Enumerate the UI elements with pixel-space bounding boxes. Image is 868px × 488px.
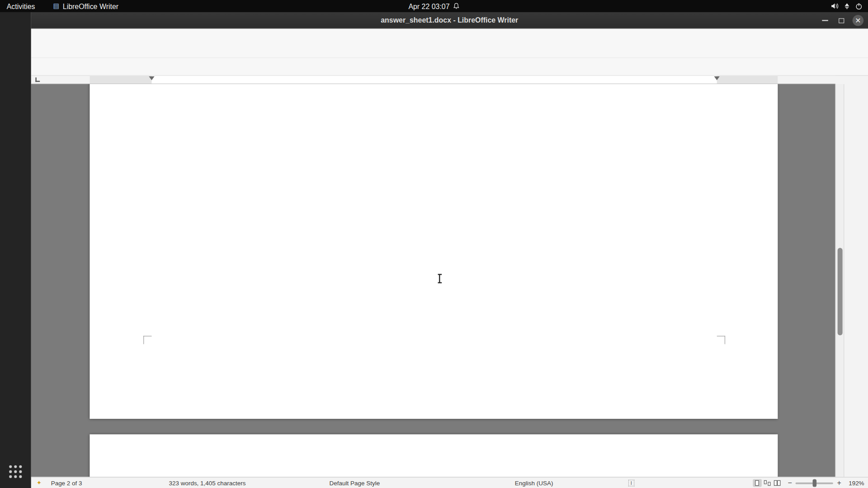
text-cursor: [439, 274, 440, 282]
status-bar: ✦ Page 2 of 3 323 words, 1,405 character…: [31, 477, 868, 488]
zoom-in-button[interactable]: +: [837, 479, 841, 487]
document-page-2[interactable]: [90, 84, 778, 419]
topbar-app-indicator[interactable]: ▤ LibreOffice Writer: [53, 2, 119, 10]
system-status-area[interactable]: [831, 3, 863, 10]
multi-page-view-button[interactable]: [763, 479, 772, 487]
maximize-button[interactable]: [836, 15, 847, 26]
clock-button[interactable]: Apr 22 03:07: [408, 2, 459, 10]
page-style-status[interactable]: Default Page Style: [330, 480, 380, 487]
formatting-toolbar: [31, 58, 868, 76]
window-controls: ✕: [819, 12, 863, 29]
close-button[interactable]: ✕: [853, 15, 863, 26]
book-view-button[interactable]: [773, 479, 782, 487]
clock-label: Apr 22 03:07: [408, 2, 449, 10]
right-indent-marker[interactable]: [714, 76, 720, 80]
zoom-level-label[interactable]: 192%: [849, 480, 864, 487]
power-icon: [855, 3, 863, 10]
page-number-status[interactable]: Page 2 of 3: [51, 480, 82, 487]
desktop: Activities ▤ LibreOffice Writer Apr 22 0…: [0, 0, 868, 488]
window-title: answer_sheet1.docx - LibreOffice Writer: [381, 16, 518, 24]
network-icon: [845, 3, 849, 9]
left-indent-marker[interactable]: [149, 76, 154, 80]
document-canvas[interactable]: [31, 84, 835, 477]
menubar: [31, 29, 868, 42]
writer-app-icon: ▤: [53, 2, 60, 10]
standard-toolbar: [31, 42, 868, 58]
zoom-slider-thumb[interactable]: [813, 479, 817, 487]
document-status-icon[interactable]: ✦: [37, 479, 42, 486]
topbar-app-name: LibreOffice Writer: [63, 2, 118, 10]
ruler-left-margin: [90, 76, 151, 84]
sidebar-tab-strip: [844, 84, 868, 477]
dock: [0, 12, 31, 488]
word-count-status[interactable]: 323 words, 1,405 characters: [169, 480, 245, 487]
tab-stop-selector[interactable]: [35, 77, 40, 82]
single-page-view-button[interactable]: [753, 479, 762, 487]
libreoffice-writer-window: answer_sheet1.docx - LibreOffice Writer …: [31, 12, 868, 488]
ruler-right-margin: [717, 76, 778, 84]
minimize-button[interactable]: [819, 15, 830, 26]
vertical-scrollbar[interactable]: [835, 84, 844, 477]
selection-mode-icon[interactable]: I: [628, 480, 634, 487]
ruler-page-band: [90, 76, 778, 84]
zoom-out-button[interactable]: −: [788, 479, 792, 487]
volume-icon: [831, 3, 839, 9]
language-status[interactable]: English (USA): [515, 480, 553, 487]
text-boundary-corner-left: [143, 336, 151, 344]
activities-button[interactable]: Activities: [7, 2, 35, 10]
app-grid-button[interactable]: [9, 465, 22, 478]
window-titlebar[interactable]: answer_sheet1.docx - LibreOffice Writer …: [31, 12, 868, 29]
notification-bell-icon: [453, 3, 459, 9]
top-bar: Activities ▤ LibreOffice Writer Apr 22 0…: [0, 0, 868, 12]
text-boundary-corner-right: [717, 336, 725, 344]
horizontal-ruler[interactable]: [31, 76, 835, 84]
document-page-3[interactable]: [90, 434, 778, 477]
scrollbar-thumb[interactable]: [838, 248, 843, 335]
